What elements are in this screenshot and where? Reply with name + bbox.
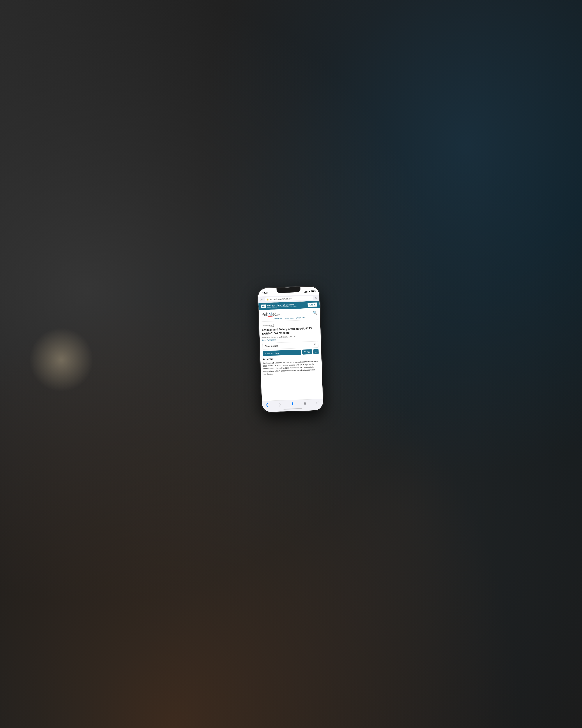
phone-notch: [276, 287, 301, 293]
back-button[interactable]: ❮: [266, 402, 269, 407]
article-title: Efficacy and Safety of the mRNA-1273 SAR…: [262, 326, 318, 335]
signal-icon: [304, 290, 307, 292]
tabs-button[interactable]: ⊞: [316, 401, 320, 405]
location-arrow-icon: ▸: [268, 292, 269, 294]
action-buttons-row: ↗ Full text links ❝❝ Cite ...: [262, 349, 319, 356]
phone-wrapper: 8:50 ▸ ▲ AA: [257, 286, 324, 413]
search-icon[interactable]: 🔍: [312, 310, 317, 315]
pubmed-logo: PubMed.gov: [261, 311, 280, 317]
pubmed-pub: Pub: [261, 312, 268, 317]
abstract-section: Abstract Background: Vaccines are needed…: [263, 356, 319, 376]
free-pmc-label: Free PMC article: [262, 339, 276, 341]
article-content: Clinical Trial Efficacy and Safety of th…: [261, 320, 320, 401]
reload-button[interactable]: ↻: [315, 296, 317, 300]
lock-icon: 🔒: [267, 298, 269, 301]
quote-icon: ❝❝: [304, 351, 306, 353]
clinical-trial-badge: Clinical Trial: [262, 324, 274, 327]
phone-outer-frame: 8:50 ▸ ▲ AA: [257, 286, 324, 413]
show-details-button[interactable]: Show details: [265, 344, 278, 347]
pubmed-gov: .gov: [276, 313, 280, 316]
nih-logo: NIH: [260, 305, 266, 308]
article-meta: Lindsey R Baden et al. N Engl J Med. 202…: [262, 335, 318, 342]
pubmed-med: M: [268, 311, 272, 317]
light-blob: [29, 328, 93, 392]
address-bar[interactable]: 🔒 pubmed.ncbi.nlm.nih.gov: [265, 296, 313, 302]
abstract-background-label: Background:: [263, 362, 274, 364]
nav-create-alert[interactable]: Create alert: [284, 317, 294, 319]
pubmed-area: PubMed.gov 🔍 Advanced Create alert Creat…: [258, 308, 323, 401]
nav-create-rss[interactable]: Create RSS: [296, 316, 305, 319]
font-size-button[interactable]: AA: [260, 298, 263, 301]
full-text-links-button[interactable]: ↗ Full text links: [262, 349, 301, 356]
login-button[interactable]: Log in: [307, 303, 317, 307]
gear-icon[interactable]: ⚙: [314, 343, 316, 346]
article-meta-text: Lindsey R Baden et al. N Engl J Med. 202…: [262, 335, 298, 339]
show-details-row: Show details ⚙: [262, 341, 318, 349]
wifi-icon: ▲: [308, 290, 310, 292]
share-button[interactable]: ⬆: [291, 401, 294, 406]
home-bar: [283, 408, 302, 410]
phone-screen: 8:50 ▸ ▲ AA: [258, 286, 323, 412]
status-time: 8:50: [262, 291, 267, 294]
abstract-text: Background: Vaccines are needed to preve…: [263, 360, 319, 376]
page-content: NIH National Library of Medicine Nationa…: [258, 301, 323, 412]
more-options-button[interactable]: ...: [313, 349, 319, 354]
external-link-icon: ↗: [265, 352, 266, 355]
status-icons: ▲: [304, 290, 315, 293]
forward-button[interactable]: ❯: [278, 402, 281, 407]
url-text: pubmed.ncbi.nlm.nih.gov: [270, 297, 292, 301]
cite-button[interactable]: ❝❝ Cite: [302, 349, 312, 355]
battery-icon: [311, 290, 315, 292]
nav-advanced[interactable]: Advanced: [273, 317, 282, 320]
bookmarks-button[interactable]: ⊟: [303, 401, 307, 406]
